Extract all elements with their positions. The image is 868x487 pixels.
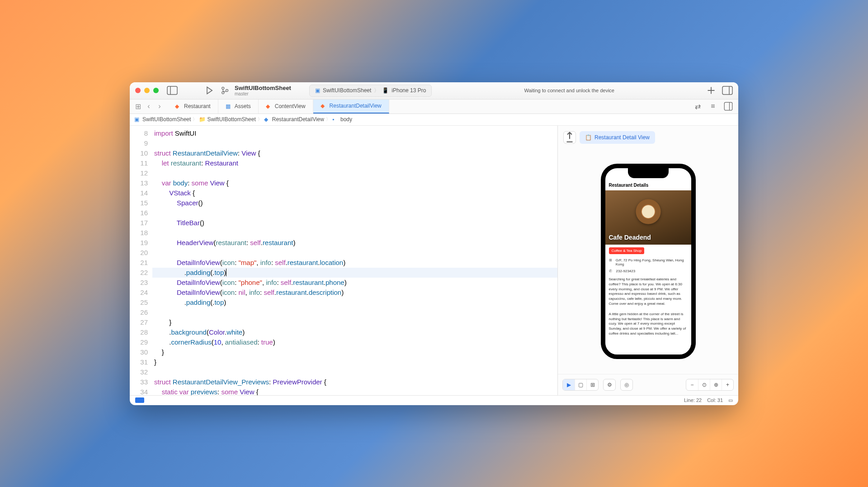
- preview-canvas: 📋 Restaurant Detail View Restaurant Deta…: [557, 126, 738, 395]
- status-message: Waiting to connect and unlock the device: [524, 88, 614, 93]
- swift-icon: ◆: [264, 116, 270, 123]
- project-title: SwiftUIBottomSheet: [235, 85, 291, 91]
- map-icon: ⊞: [609, 258, 613, 266]
- window-controls: [135, 88, 159, 93]
- cursor-line: Line: 22: [684, 397, 702, 403]
- pin-preview-button[interactable]: [563, 131, 576, 144]
- svg-point-3: [222, 92, 224, 94]
- svg-rect-0: [167, 86, 177, 95]
- tab-restaurant[interactable]: ◆Restaurant: [168, 99, 218, 113]
- add-button[interactable]: [706, 86, 717, 95]
- category-badge: Coffee & Tea Shop: [609, 247, 645, 254]
- assets-icon: ▦: [226, 103, 232, 109]
- svg-point-4: [226, 90, 228, 92]
- svg-rect-9: [724, 102, 732, 110]
- tab-bar: ⊞ ‹ › ◆Restaurant▦Assets◆ContentView◆Res…: [130, 99, 738, 114]
- device-notch: [628, 168, 669, 178]
- description-2: A little gem hidden at the corner of the…: [605, 309, 691, 339]
- cursor-col: Col: 31: [707, 397, 723, 403]
- phone-row: ✆ 232-923423: [605, 268, 691, 274]
- app-icon: ▣: [134, 116, 141, 123]
- nav-forward-icon[interactable]: ›: [155, 102, 164, 110]
- preview-label[interactable]: 📋 Restaurant Detail View: [580, 131, 655, 144]
- svg-rect-7: [722, 86, 732, 95]
- device-preview[interactable]: Restaurant Details Cafe Deadend Coffee &…: [601, 164, 696, 359]
- code-editor[interactable]: 8910111213141516171819202122232425262728…: [130, 126, 557, 395]
- library-icon[interactable]: [722, 86, 733, 95]
- zoom-fit-button[interactable]: ⊙: [698, 379, 710, 390]
- svg-point-2: [222, 87, 224, 90]
- zoom-out-button[interactable]: −: [686, 379, 698, 390]
- status-indicator: [135, 397, 144, 403]
- phone-icon: ✆: [609, 269, 613, 273]
- code-content[interactable]: import SwiftUIstruct RestaurantDetailVie…: [152, 126, 557, 395]
- titlebar: SwiftUIBottomSheet master ▣ SwiftUIBotto…: [130, 82, 738, 99]
- live-preview-button[interactable]: ▶: [563, 379, 575, 390]
- device-settings-button[interactable]: ⚙: [604, 379, 615, 390]
- close-window-button[interactable]: [135, 88, 141, 93]
- toggle-navigator-icon[interactable]: [167, 86, 178, 95]
- zoom-window-button[interactable]: [153, 88, 159, 93]
- adjust-editor-icon[interactable]: ≡: [708, 102, 718, 111]
- statusbar: Line: 22 Col: 31 ▭: [130, 395, 738, 405]
- branch-name: master: [235, 91, 291, 96]
- nav-back-icon[interactable]: ‹: [144, 102, 153, 110]
- swift-icon: ◆: [175, 103, 181, 109]
- swift-icon: ◆: [321, 103, 327, 109]
- preview-toolbar: ▶ ▢ ⊞ ⚙ ◎ − ⊙ ⊕ +: [558, 374, 738, 395]
- scheme-name: SwiftUIBottomSheet: [323, 87, 371, 94]
- zoom-in-button[interactable]: +: [722, 379, 733, 390]
- swift-icon: ◆: [266, 103, 272, 109]
- hero-image: Cafe Deadend: [605, 190, 691, 245]
- address-row: ⊞ G/F, 72 Po Hing Fong, Sheung Wan, Hong…: [605, 257, 691, 268]
- restaurant-name: Cafe Deadend: [609, 234, 651, 241]
- run-button[interactable]: [204, 86, 215, 95]
- variants-button[interactable]: ⊞: [586, 379, 598, 390]
- tab-restaurantdetailview[interactable]: ◆RestaurantDetailView: [313, 99, 389, 113]
- sync-icon[interactable]: ⇄: [692, 102, 703, 111]
- zoom-actual-button[interactable]: ⊕: [710, 379, 722, 390]
- main-area: 8910111213141516171819202122232425262728…: [130, 126, 738, 395]
- breadcrumb[interactable]: ▣ SwiftUIBottomSheet 〉 📁 SwiftUIBottomSh…: [130, 114, 738, 126]
- clipboard-icon: 📋: [585, 134, 592, 141]
- canvas-toggle-icon[interactable]: [723, 102, 734, 111]
- scheme-selector[interactable]: ▣ SwiftUIBottomSheet 〉 📱 iPhone 13 Pro: [309, 85, 432, 97]
- minimize-window-button[interactable]: [144, 88, 150, 93]
- preview-options-button[interactable]: ◎: [621, 379, 632, 390]
- tab-assets[interactable]: ▦Assets: [218, 99, 259, 113]
- property-icon: ▪: [332, 116, 339, 123]
- selectable-button[interactable]: ▢: [575, 379, 586, 390]
- scheme-icon[interactable]: [219, 86, 230, 95]
- tab-contentview[interactable]: ◆ContentView: [259, 99, 313, 113]
- debug-area-icon[interactable]: ▭: [728, 397, 733, 403]
- latte-art: [636, 199, 660, 224]
- related-items-icon[interactable]: ⊞: [133, 102, 142, 111]
- folder-icon: 📁: [199, 116, 205, 123]
- description-1: Searching for great breakfast eateries a…: [605, 274, 691, 309]
- device-name: iPhone 13 Pro: [392, 87, 426, 94]
- line-gutter: 8910111213141516171819202122232425262728…: [130, 126, 152, 395]
- xcode-window: SwiftUIBottomSheet master ▣ SwiftUIBotto…: [130, 82, 738, 405]
